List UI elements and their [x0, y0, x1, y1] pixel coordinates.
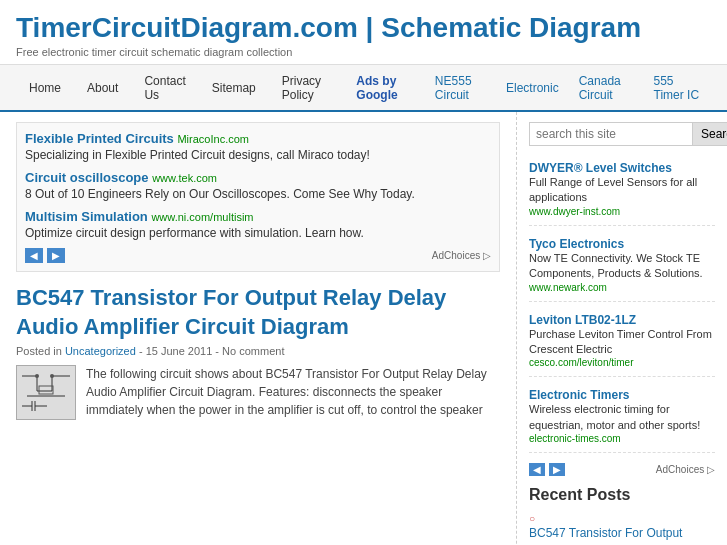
sidebar-ad-next-btn[interactable]: ▶: [549, 463, 565, 476]
sidebar-ad1-title[interactable]: DWYER® Level Switches: [529, 161, 672, 175]
nav-privacy[interactable]: Privacy Policy: [269, 65, 347, 110]
recent-post-1-link[interactable]: BC547 Transistor For Output Relay Delay …: [529, 525, 715, 545]
recent-post-1: BC547 Transistor For Output Relay Delay …: [529, 510, 715, 545]
sidebar-ad2-url: www.newark.com: [529, 282, 715, 293]
svg-point-7: [50, 374, 54, 378]
content-area: Flexible Printed Circuits MiracoInc.com …: [0, 112, 517, 545]
ad3-desc: Optimize circuit design performance with…: [25, 226, 491, 240]
sidebar-ad-2: Tyco Electronics Now TE Connectivity. We…: [529, 236, 715, 302]
ad-prev-btn[interactable]: ◀: [25, 248, 43, 263]
sidebar-ad-choices: AdChoices ▷: [656, 464, 715, 475]
article-excerpt: The following circuit shows about BC547 …: [86, 365, 500, 420]
ad-choices: AdChoices ▷: [432, 250, 491, 261]
article-meta: Posted in Uncategorized - 15 June 2011 -…: [16, 345, 500, 357]
nav-ads-label: Ads by Google: [346, 66, 425, 110]
site-title[interactable]: TimerCircuitDiagram.com | Schematic Diag…: [16, 12, 641, 43]
search-form: Search: [529, 122, 715, 146]
sidebar-ad4-title[interactable]: Electronic Timers: [529, 388, 630, 402]
article-comment: No comment: [222, 345, 284, 357]
nav-about[interactable]: About: [74, 72, 131, 103]
ad1-title[interactable]: Flexible Printed Circuits: [25, 131, 174, 146]
svg-rect-0: [17, 366, 75, 419]
content-ads: Flexible Printed Circuits MiracoInc.com …: [16, 122, 500, 272]
article-category[interactable]: Uncategorized: [65, 345, 136, 357]
svg-point-6: [35, 374, 39, 378]
nav-sitemap[interactable]: Sitemap: [199, 72, 269, 103]
sidebar-ad4-url: electronic-times.com: [529, 433, 715, 444]
sidebar-ad3-url: cesco.com/leviton/timer: [529, 357, 715, 368]
sidebar-ad2-desc: Now TE Connectivity. We Stock TE Compone…: [529, 251, 715, 282]
sidebar-ad-1: DWYER® Level Switches Full Range of Leve…: [529, 160, 715, 226]
main-layout: Flexible Printed Circuits MiracoInc.com …: [0, 112, 727, 545]
sidebar-ad-4: Electronic Timers Wireless electronic ti…: [529, 387, 715, 453]
search-input[interactable]: [529, 122, 693, 146]
sidebar-ad3-title[interactable]: Leviton LTB02-1LZ: [529, 313, 636, 327]
search-button[interactable]: Search: [693, 122, 727, 146]
nav-home[interactable]: Home: [16, 72, 74, 103]
ad2-title[interactable]: Circuit oscilloscope: [25, 170, 149, 185]
navigation: Home About Contact Us Sitemap Privacy Po…: [0, 65, 727, 112]
sidebar-ad-3: Leviton LTB02-1LZ Purchase Leviton Timer…: [529, 312, 715, 378]
ad-next-btn[interactable]: ▶: [47, 248, 65, 263]
sidebar-ad4-desc: Wireless electronic timing for equestria…: [529, 402, 715, 433]
article-date: 15 June 2011: [146, 345, 213, 357]
sidebar-ad1-desc: Full Range of Level Sensors for all appl…: [529, 175, 715, 206]
article-title[interactable]: BC547 Transistor For Output Relay Delay …: [16, 284, 500, 341]
ad2-domain-text: www.tek.com: [152, 172, 217, 184]
recent-posts-title: Recent Posts: [529, 486, 715, 504]
ad1-desc: Specializing in Flexible Printed Circuit…: [25, 148, 491, 162]
nav-contact[interactable]: Contact Us: [131, 65, 198, 110]
ad3-domain-text: www.ni.com/multisim: [151, 211, 253, 223]
ad2-desc: 8 Out of 10 Engineers Rely on Our Oscill…: [25, 187, 491, 201]
recent-posts-list: BC547 Transistor For Output Relay Delay …: [529, 510, 715, 545]
ad1-domain-text: MiracoInc.com: [177, 133, 249, 145]
article-thumbnail: [16, 365, 76, 420]
article-content: The following circuit shows about BC547 …: [16, 365, 500, 420]
ad-nav-bar: ◀ ▶ AdChoices ▷: [25, 248, 491, 263]
sidebar: Search DWYER® Level Switches Full Range …: [517, 112, 727, 545]
nav-electronic[interactable]: Electronic: [496, 73, 569, 103]
sidebar-ad1-url: www.dwyer-inst.com: [529, 206, 715, 217]
site-header: TimerCircuitDiagram.com | Schematic Diag…: [0, 0, 727, 65]
nav-canada[interactable]: Canada Circuit: [569, 66, 644, 110]
sidebar-ad2-title[interactable]: Tyco Electronics: [529, 237, 624, 251]
ad3-title[interactable]: Multisim Simulation: [25, 209, 148, 224]
nav-555timer[interactable]: 555 Timer IC: [644, 66, 711, 110]
nav-ne555[interactable]: NE555 Circuit: [425, 66, 496, 110]
sidebar-ad3-desc: Purchase Leviton Timer Control From Cres…: [529, 327, 715, 358]
sidebar-ad-nav: ◀ ▶ AdChoices ▷: [529, 463, 715, 476]
site-subtitle: Free electronic timer circuit schematic …: [16, 46, 711, 58]
sidebar-ad-prev-btn[interactable]: ◀: [529, 463, 545, 476]
